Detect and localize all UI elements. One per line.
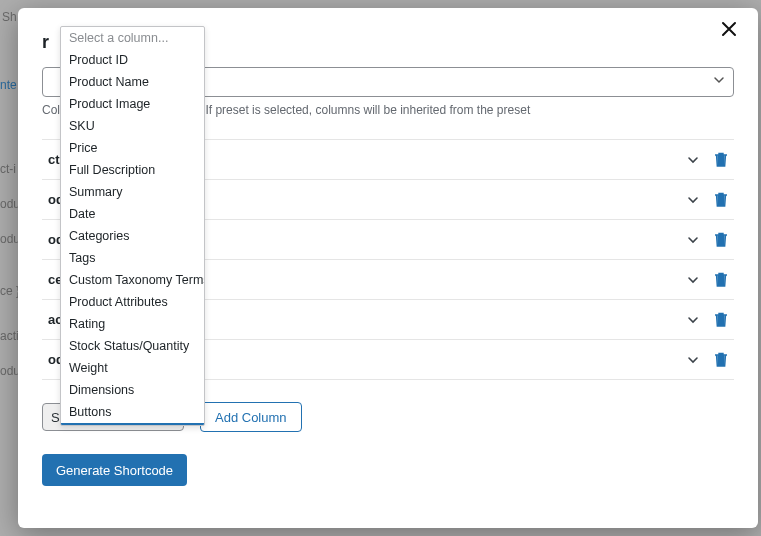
- dropdown-option[interactable]: Tags: [61, 247, 204, 269]
- bg-text: Sh: [2, 10, 17, 24]
- dropdown-option-placeholder[interactable]: Select a column...: [61, 27, 204, 49]
- expand-column-button[interactable]: [686, 353, 700, 367]
- column-type-dropdown[interactable]: Select a column...Product IDProduct Name…: [60, 26, 205, 426]
- bg-text: ce }: [0, 284, 20, 298]
- svg-rect-2: [717, 235, 724, 246]
- expand-column-button[interactable]: [686, 233, 700, 247]
- svg-rect-4: [717, 315, 724, 326]
- dropdown-option[interactable]: Product Attributes: [61, 291, 204, 313]
- dropdown-option[interactable]: Product ID: [61, 49, 204, 71]
- expand-column-button[interactable]: [686, 193, 700, 207]
- svg-rect-1: [717, 195, 724, 206]
- expand-column-button[interactable]: [686, 273, 700, 287]
- expand-column-button[interactable]: [686, 313, 700, 327]
- dropdown-option[interactable]: Product Meta: [61, 423, 204, 426]
- dropdown-option[interactable]: Product Image: [61, 93, 204, 115]
- bg-text: nte: [0, 78, 17, 92]
- shortcode-modal: r Columns, Settings and Filters. If pres…: [18, 8, 758, 528]
- delete-column-button[interactable]: [714, 192, 728, 208]
- generate-shortcode-button[interactable]: Generate Shortcode: [42, 454, 187, 486]
- bg-text: ct-i: [0, 162, 16, 176]
- add-column-button[interactable]: Add Column: [200, 402, 302, 432]
- dropdown-option[interactable]: Weight: [61, 357, 204, 379]
- dropdown-option[interactable]: Price: [61, 137, 204, 159]
- dropdown-option[interactable]: Summary: [61, 181, 204, 203]
- delete-column-button[interactable]: [714, 232, 728, 248]
- dropdown-option[interactable]: Date: [61, 203, 204, 225]
- svg-rect-5: [717, 355, 724, 366]
- chevron-down-icon: [713, 74, 725, 86]
- delete-column-button[interactable]: [714, 272, 728, 288]
- expand-column-button[interactable]: [686, 153, 700, 167]
- dropdown-option[interactable]: Stock Status/Quantity: [61, 335, 204, 357]
- dropdown-option[interactable]: Dimensions: [61, 379, 204, 401]
- dropdown-option[interactable]: Custom Taxonomy Terms: [61, 269, 204, 291]
- bg-text: acti: [0, 329, 19, 343]
- delete-column-button[interactable]: [714, 352, 728, 368]
- dropdown-option[interactable]: Rating: [61, 313, 204, 335]
- delete-column-button[interactable]: [714, 152, 728, 168]
- dropdown-option[interactable]: Buttons: [61, 401, 204, 423]
- dropdown-option[interactable]: SKU: [61, 115, 204, 137]
- delete-column-button[interactable]: [714, 312, 728, 328]
- svg-rect-3: [717, 275, 724, 286]
- dropdown-option[interactable]: Categories: [61, 225, 204, 247]
- svg-rect-0: [717, 155, 724, 166]
- dropdown-option[interactable]: Product Name: [61, 71, 204, 93]
- dropdown-option[interactable]: Full Description: [61, 159, 204, 181]
